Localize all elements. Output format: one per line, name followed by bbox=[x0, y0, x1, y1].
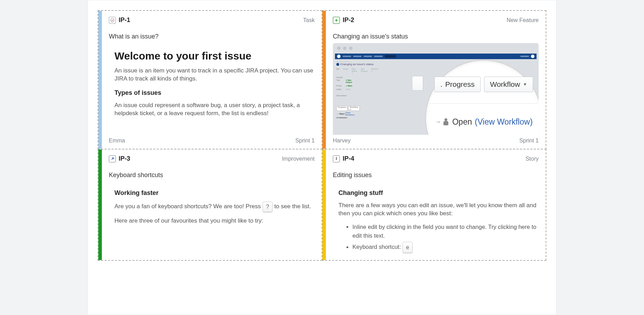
sprint: Sprint 1 bbox=[519, 138, 539, 144]
new-feature-icon: + bbox=[333, 17, 340, 24]
body-paragraph: Are you a fan of keyboard shortcuts? We … bbox=[114, 202, 315, 212]
issue-card-ip1: IP-1 Task What is an issue? Welcome to y… bbox=[98, 10, 322, 149]
issue-key[interactable]: IP-4 bbox=[343, 155, 354, 162]
progress-button[interactable]: . Progress bbox=[434, 77, 481, 92]
card-header: IP-3 Improvement bbox=[109, 155, 315, 162]
story-icon: I bbox=[333, 155, 340, 162]
status-open: Open bbox=[452, 117, 472, 127]
issue-card-ip3: IP-3 Improvement Keyboard shortcuts Work… bbox=[98, 149, 322, 261]
card-footer: Harvey Sprint 1 bbox=[333, 138, 539, 144]
card-header: + IP-2 New Feature bbox=[333, 16, 539, 24]
body-paragraph: There are a few ways you can edit an iss… bbox=[338, 202, 539, 218]
view-workflow-link[interactable]: (View Workflow) bbox=[475, 117, 532, 127]
card-stripe bbox=[98, 11, 102, 149]
issue-card-ip4: I IP-4 Story Editing issues Changing stu… bbox=[322, 149, 546, 261]
body-heading: Welcome to your first issue bbox=[114, 50, 315, 62]
list-item: Inline edit by clicking in the field you… bbox=[352, 223, 539, 240]
issue-title: Editing issues bbox=[333, 172, 539, 179]
issue-title: Keyboard shortcuts bbox=[109, 172, 315, 179]
issue-title: What is an issue? bbox=[109, 33, 315, 40]
sprint: Sprint 1 bbox=[295, 138, 315, 144]
body-subheading: Changing stuff bbox=[338, 189, 539, 197]
assignee: Harvey bbox=[333, 138, 351, 144]
issue-type: New Feature bbox=[506, 17, 539, 23]
issue-body: Changing stuff There are a few ways you … bbox=[333, 179, 539, 255]
issue-type: Story bbox=[526, 156, 539, 162]
card-header: IP-1 Task bbox=[109, 16, 315, 24]
issue-title: Changing an issue's status bbox=[333, 33, 539, 40]
body-paragraph: An issue could represent a software bug,… bbox=[114, 102, 315, 118]
issue-card-ip2: + IP-2 New Feature Changing an issue's s… bbox=[322, 10, 546, 149]
svg-point-0 bbox=[111, 19, 114, 22]
card-header: I IP-4 Story bbox=[333, 155, 539, 162]
issue-body: Working faster Are you a fan of keyboard… bbox=[109, 179, 315, 255]
body-list: Inline edit by clicking in the field you… bbox=[338, 223, 539, 253]
body-paragraph: Here are three of our favourites that yo… bbox=[114, 217, 315, 225]
issue-key[interactable]: IP-2 bbox=[343, 16, 354, 24]
workflow-illustration: ──── ──── ─ Changing an issue's status E… bbox=[333, 43, 539, 135]
body-subheading: Types of issues bbox=[114, 89, 315, 97]
issue-key[interactable]: IP-3 bbox=[119, 155, 130, 162]
issue-type: Improvement bbox=[282, 156, 315, 162]
person-arrow-icon bbox=[442, 118, 449, 126]
issue-body: Welcome to your first issue An issue is … bbox=[109, 40, 315, 135]
card-stripe bbox=[322, 11, 326, 149]
assignee: Emma bbox=[109, 138, 125, 144]
body-subheading: Working faster bbox=[114, 189, 315, 197]
issue-key[interactable]: IP-1 bbox=[119, 16, 130, 24]
card-grid: IP-1 Task What is an issue? Welcome to y… bbox=[98, 10, 546, 260]
card-stripe bbox=[322, 149, 326, 260]
workflow-button[interactable]: Workflow▼ bbox=[484, 77, 533, 92]
card-stripe bbox=[98, 149, 102, 260]
window-dots-icon bbox=[333, 43, 539, 54]
improvement-icon bbox=[109, 155, 116, 162]
card-footer: Emma Sprint 1 bbox=[109, 138, 315, 144]
issue-type: Task bbox=[303, 17, 315, 23]
shortcut-key: ? bbox=[262, 202, 273, 212]
task-icon bbox=[109, 17, 116, 24]
shortcut-key: e bbox=[402, 242, 413, 253]
mini-toolbar bbox=[335, 54, 537, 59]
print-page: IP-1 Task What is an issue? Welcome to y… bbox=[88, 0, 556, 315]
list-item: Keyboard shortcut: e bbox=[352, 242, 539, 253]
body-paragraph: An issue is an item you want to track in… bbox=[114, 67, 315, 83]
